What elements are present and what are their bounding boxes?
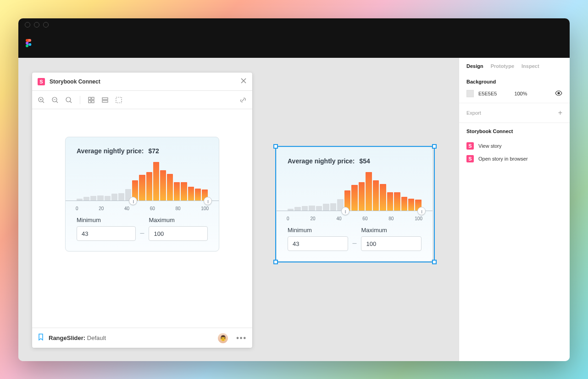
slider-handle-max[interactable]: || bbox=[204, 197, 212, 205]
link-icon[interactable] bbox=[239, 96, 247, 104]
histogram-axis bbox=[66, 201, 219, 201]
avatar[interactable]: 👨 bbox=[218, 333, 228, 343]
selection-handle-br[interactable] bbox=[432, 260, 437, 264]
histogram-bar bbox=[153, 162, 159, 201]
slider-handle-min[interactable]: || bbox=[341, 207, 349, 215]
slider-handle-min[interactable]: || bbox=[129, 197, 137, 205]
view-story-link[interactable]: S View story bbox=[466, 139, 562, 152]
histogram-ticks: 020406080100 bbox=[287, 216, 422, 221]
selection-handle-tr[interactable] bbox=[432, 144, 437, 149]
tick-label: 0 bbox=[76, 206, 78, 211]
footer-component: RangeSlider: bbox=[49, 334, 85, 341]
footer-story-name: RangeSlider: Default bbox=[49, 334, 106, 341]
background-swatch[interactable] bbox=[466, 90, 474, 97]
plugin-toolbar bbox=[32, 91, 252, 109]
background-heading: Background bbox=[466, 79, 562, 84]
slider-handle-max[interactable]: || bbox=[417, 207, 426, 215]
storybook-icon: S bbox=[466, 142, 474, 150]
min-input[interactable] bbox=[77, 226, 136, 241]
plugin-footer: RangeSlider: Default 👨 ••• bbox=[32, 328, 252, 348]
histogram-bar bbox=[90, 196, 96, 201]
selection-handle-bl[interactable] bbox=[273, 260, 278, 264]
tick-label: 20 bbox=[310, 216, 315, 221]
min-label: Minimum bbox=[77, 217, 136, 223]
window-titlebar bbox=[18, 18, 570, 31]
min-input[interactable] bbox=[288, 236, 348, 251]
grid-icon[interactable] bbox=[88, 96, 95, 104]
range-slider-canvas: Average nightly price: $54 || || 0204060… bbox=[276, 147, 433, 262]
histogram-bar bbox=[401, 197, 407, 211]
max-label: Maximum bbox=[361, 227, 422, 234]
histogram: || || bbox=[288, 172, 422, 212]
histogram-bar bbox=[323, 204, 329, 211]
storybook-icon: S bbox=[466, 155, 474, 162]
histogram-bar bbox=[309, 206, 315, 211]
footer-variant: Default bbox=[87, 334, 106, 341]
avg-price-line: Average nightly price: $72 bbox=[77, 147, 208, 155]
histogram-bar bbox=[83, 197, 89, 201]
tick-label: 80 bbox=[388, 216, 394, 221]
histogram-bar bbox=[316, 206, 322, 211]
svg-point-3 bbox=[66, 97, 71, 102]
close-icon[interactable] bbox=[240, 78, 247, 86]
more-icon[interactable]: ••• bbox=[236, 334, 247, 342]
histogram-bar bbox=[167, 174, 173, 201]
histogram-bar bbox=[188, 187, 194, 201]
sidebar-tabs: Design Prototype Inspect bbox=[459, 58, 570, 73]
tick-label: 60 bbox=[150, 206, 155, 211]
histogram-bars bbox=[288, 172, 422, 211]
histogram-bar bbox=[174, 182, 180, 201]
max-input[interactable] bbox=[149, 226, 208, 241]
histogram-bar bbox=[146, 172, 152, 201]
add-export-icon[interactable]: + bbox=[558, 109, 562, 117]
rows-icon[interactable] bbox=[101, 96, 109, 104]
traffic-minimize[interactable] bbox=[34, 22, 39, 28]
figma-logo-icon[interactable] bbox=[25, 39, 32, 50]
outline-icon[interactable] bbox=[115, 96, 122, 104]
selected-frame[interactable]: Average nightly price: $54 || || 0204060… bbox=[275, 146, 435, 262]
tick-label: 100 bbox=[201, 206, 209, 211]
svg-rect-8 bbox=[102, 98, 108, 100]
histogram-bar bbox=[351, 185, 357, 211]
histogram-bar bbox=[408, 199, 414, 211]
histogram-bar bbox=[97, 195, 103, 201]
zoom-out-icon[interactable] bbox=[51, 96, 59, 104]
min-label: Minimum bbox=[288, 227, 348, 234]
bookmark-icon[interactable] bbox=[38, 334, 44, 343]
visibility-icon[interactable] bbox=[555, 90, 562, 97]
zoom-in-icon[interactable] bbox=[38, 96, 45, 104]
tick-label: 80 bbox=[176, 206, 181, 211]
toolbar-separator bbox=[80, 96, 80, 104]
background-row: E5E5E5 100% bbox=[466, 90, 562, 97]
histogram-bar bbox=[160, 170, 166, 201]
zoom-reset-icon[interactable] bbox=[65, 96, 72, 104]
histogram-bar bbox=[105, 196, 111, 201]
traffic-close[interactable] bbox=[25, 22, 30, 28]
histogram-bar bbox=[111, 194, 117, 201]
background-hex[interactable]: E5E5E5 bbox=[478, 91, 497, 96]
histogram-bar bbox=[359, 182, 365, 211]
avg-price-label: Average nightly price: bbox=[77, 147, 144, 155]
svg-rect-5 bbox=[92, 97, 94, 100]
traffic-zoom[interactable] bbox=[43, 22, 49, 28]
storybook-connect-section: Storybook Connect S View story S Open st… bbox=[459, 123, 570, 171]
tick-label: 20 bbox=[99, 206, 104, 211]
avg-price-value: $54 bbox=[359, 157, 370, 165]
open-story-browser-link[interactable]: S Open story in browser bbox=[466, 152, 562, 165]
selection-handle-tl[interactable] bbox=[273, 144, 278, 149]
plugin-header: S Storybook Connect bbox=[32, 72, 252, 91]
histogram: || || bbox=[77, 162, 208, 202]
svg-point-0 bbox=[28, 43, 31, 46]
tab-inspect[interactable]: Inspect bbox=[521, 63, 539, 69]
avg-price-line: Average nightly price: $54 bbox=[288, 157, 422, 165]
avg-price-label: Average nightly price: bbox=[288, 157, 355, 165]
open-story-browser-label: Open story in browser bbox=[478, 156, 528, 162]
tab-design[interactable]: Design bbox=[466, 63, 483, 69]
canvas[interactable]: S Storybook Connect bbox=[18, 58, 459, 361]
max-input[interactable] bbox=[361, 236, 422, 251]
tick-label: 0 bbox=[287, 216, 289, 221]
tick-label: 40 bbox=[336, 216, 341, 221]
histogram-bar bbox=[380, 184, 386, 211]
tab-prototype[interactable]: Prototype bbox=[491, 63, 514, 69]
background-opacity[interactable]: 100% bbox=[514, 91, 527, 96]
